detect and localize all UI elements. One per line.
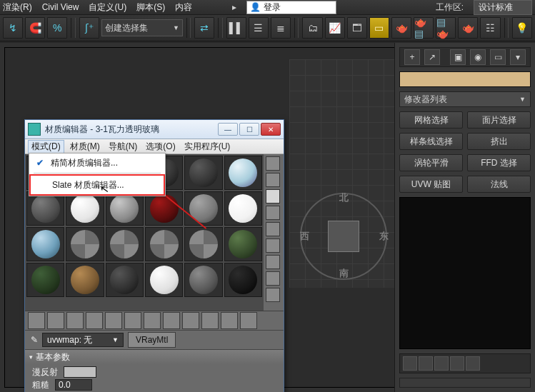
diffuse-swatch[interactable] [64,366,96,378]
menu-options[interactable]: 选项(O) [146,141,175,153]
menu-material[interactable]: 材质(M) [70,141,100,153]
pick-icon[interactable]: ✎ [31,335,38,345]
rough-spinner[interactable]: 0.0 [55,379,92,391]
material-slot[interactable] [184,156,222,190]
mod-spline-select[interactable]: 样条线选择 [399,133,463,150]
get-material-icon[interactable] [28,312,45,329]
material-editor-icon[interactable]: 🫖 [391,17,411,39]
menu-script[interactable]: 脚本(S) [136,1,165,14]
caret-icon[interactable]: ▸ [232,2,236,12]
hierarchy-tab-icon[interactable]: ▣ [450,49,466,65]
make-unique-icon[interactable] [124,312,141,329]
mod-patch-select[interactable]: 面片选择 [467,111,531,129]
select-by-mtl-icon[interactable] [266,271,280,286]
go-sibling-icon[interactable] [240,312,257,329]
unique-icon[interactable] [434,356,449,371]
snap-icon[interactable]: ↯ [3,17,23,39]
workspace-combo[interactable]: 设计标准 [474,0,532,15]
util-tab-icon[interactable]: ▾ [510,49,526,65]
material-slot[interactable] [66,263,104,297]
ribbon-toggle-icon[interactable]: ▭ [369,17,389,39]
motion-tab-icon[interactable]: ◉ [470,49,486,65]
render-icon[interactable]: 🫖 [458,17,478,39]
curve-editor-icon[interactable]: 📈 [325,17,345,39]
material-slot[interactable] [145,227,183,261]
menu-custom[interactable]: 自定义(U) [89,1,126,14]
material-slot[interactable] [184,191,222,226]
render-setup-icon[interactable]: 🫖▤ [414,17,434,39]
modifier-list-combo[interactable]: 修改器列表▼ [399,91,531,107]
material-slot[interactable] [26,227,64,261]
display-tab-icon[interactable]: ▭ [490,49,506,65]
percent-icon[interactable]: % [47,17,67,39]
menu-content[interactable]: 内容 [175,1,192,14]
put-to-lib-icon[interactable] [144,312,161,329]
maximize-button[interactable]: ☐ [239,123,259,136]
mtl-map-nav-icon[interactable] [266,288,280,302]
sample-type-icon[interactable] [266,156,280,171]
layers-icon[interactable]: ≣ [271,17,291,39]
create-tab-icon[interactable]: + [404,49,420,65]
magnet-icon[interactable]: 🧲 [25,17,45,39]
modify-tab-icon[interactable]: ↗ [424,49,440,65]
remove-icon[interactable] [450,356,464,371]
menu-civilview[interactable]: Civil View [42,2,79,12]
close-button[interactable]: ✕ [261,123,281,136]
options-icon[interactable] [266,255,280,269]
view-compass[interactable]: 北 南 东 西 [300,193,387,280]
outliner-icon[interactable]: ☷ [480,17,500,39]
reset-icon[interactable] [86,312,103,329]
dropdown-compact-editor[interactable]: ✔ 精简材质编辑器... [29,154,165,172]
menu-util[interactable]: 实用程序(U) [184,141,231,153]
object-color-swatch[interactable] [399,71,531,87]
go-parent-icon[interactable] [221,312,238,329]
mod-turbosmooth[interactable]: 涡轮平滑 [399,154,463,171]
mirror-icon[interactable]: ⇄ [194,17,214,39]
selection-set-combo[interactable]: 创建选择集▼ [101,19,183,36]
panel-scrollbar[interactable] [399,378,531,388]
video-check-icon[interactable] [266,222,280,236]
assign-icon[interactable] [66,312,84,329]
mod-mesh-select[interactable]: 网格选择 [399,111,463,129]
material-slot[interactable] [145,191,183,226]
menu-nav[interactable]: 导航(N) [109,141,138,153]
material-type-button[interactable]: VRayMtl [128,332,176,348]
login-field[interactable]: 👤 登录 [246,1,336,14]
background-icon[interactable] [266,189,280,203]
material-slot[interactable] [224,156,262,190]
menu-render[interactable]: 渲染(R) [3,1,32,14]
pin-stack-icon[interactable] [403,356,417,371]
preview-icon[interactable] [266,238,280,253]
material-slot[interactable] [145,263,183,297]
edit-selection-icon[interactable]: ʃ⁺ [79,17,99,39]
mod-normal[interactable]: 法线 [467,176,531,193]
modifier-stack[interactable] [399,197,531,349]
dropdown-slate-editor[interactable]: Slate 材质编辑器... [29,174,165,196]
menu-mode[interactable]: 模式(D) [28,140,64,154]
material-slot[interactable] [106,227,144,261]
minimize-button[interactable]: — [218,123,238,136]
config-icon[interactable] [466,356,480,371]
material-slot[interactable] [26,191,64,226]
material-slot[interactable] [224,191,262,226]
material-name-field[interactable]: uvwmap: 无 ▼ [42,333,124,347]
material-slot[interactable] [26,263,64,297]
schematic-icon[interactable]: 🗔 [347,17,367,39]
mod-uvw[interactable]: UVW 贴图 [399,176,463,193]
copy-icon[interactable] [105,312,122,329]
show-in-vp-icon[interactable] [182,312,199,329]
mod-extrude[interactable]: 挤出 [467,133,531,150]
show-end-icon[interactable] [419,356,433,371]
manage-layers-icon[interactable]: 🗂 [302,17,322,39]
material-slot[interactable] [66,191,104,226]
align-left-icon[interactable]: ▌▌ [226,17,246,39]
material-slot[interactable] [224,227,262,261]
dialog-titlebar[interactable]: 材质编辑器 - 3-1瓦力透明玻璃 — ☐ ✕ [25,120,284,139]
backlight-icon[interactable] [266,173,280,187]
material-slot[interactable] [106,191,144,226]
material-slot[interactable] [184,263,222,297]
render-frame-icon[interactable]: ▤🫖 [436,17,456,39]
show-end-result-icon[interactable] [201,312,219,329]
mtl-id-icon[interactable] [163,312,180,329]
light-icon[interactable]: 💡 [512,17,532,39]
